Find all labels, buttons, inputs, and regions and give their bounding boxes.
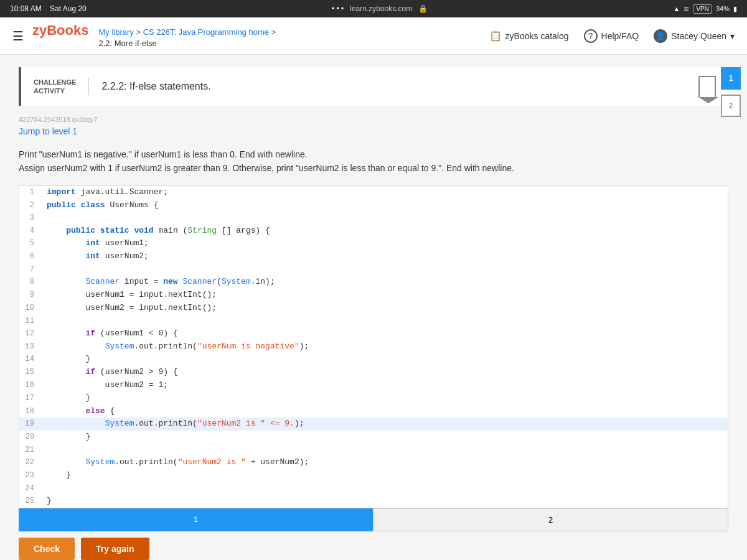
code-line-8: 8 Scanner input = new Scanner(System.in)…	[19, 276, 728, 289]
status-time: 10:08 AM Sat Aug 20	[10, 4, 87, 13]
nav-right: 📋 zyBooks catalog ? Help/FAQ 👤 Stacey Qu…	[489, 29, 735, 43]
code-line-4: 4 public static void main (String [] arg…	[19, 225, 728, 238]
zybooks-logo: zyBooks	[32, 22, 88, 39]
code-line-7: 7	[19, 263, 728, 276]
level-indicators: 1 2	[721, 67, 741, 117]
code-line-13: 13 System.out.println("userNum is negati…	[19, 340, 728, 353]
activity-id: 422784.2543518.qx3zqy7	[19, 116, 728, 123]
instruction-2: Assign userNum2 with 1 if userNum2 is gr…	[19, 161, 728, 175]
challenge-header: CHALLENGEACTIVITY 2.2.2: If-else stateme…	[19, 67, 728, 106]
help-icon: ?	[584, 29, 598, 43]
top-nav: ☰ zyBooks My library > CS 226T: Java Pro…	[0, 17, 747, 55]
bottom-buttons: Check Try again	[19, 538, 728, 560]
check-button[interactable]: Check	[19, 538, 75, 560]
battery-display: 34%	[716, 5, 730, 12]
test-area: 1 2	[19, 508, 728, 531]
breadcrumb: My library > CS 226T: Java Programming h…	[98, 27, 276, 49]
try-again-button[interactable]: Try again	[81, 538, 149, 560]
code-line-2: 2 public class UserNums {	[19, 199, 728, 212]
code-line-3: 3	[19, 212, 728, 224]
wifi-icon: ≋	[684, 5, 689, 13]
catalog-button[interactable]: 📋 zyBooks catalog	[489, 30, 569, 42]
url-display: • • • learn.zybooks.com 🔒	[332, 4, 428, 13]
code-line-17: 17 }	[19, 392, 728, 405]
code-line-5: 5 int userNum1;	[19, 237, 728, 250]
status-right: ▲ ≋ VPN 34% ▮	[674, 4, 737, 14]
code-line-23: 23 }	[19, 469, 728, 482]
dots-icon: • • •	[332, 4, 344, 13]
code-line-20: 20 }	[19, 431, 728, 444]
main-content: 1 2 CHALLENGEACTIVITY 2.2.2: If-else sta…	[0, 55, 747, 560]
jump-to-level[interactable]: Jump to level 1	[19, 126, 77, 136]
help-button[interactable]: ? Help/FAQ	[584, 29, 639, 43]
code-line-11: 11	[19, 315, 728, 327]
status-bar: 10:08 AM Sat Aug 20 • • • learn.zybooks.…	[0, 0, 747, 17]
breadcrumb-course[interactable]: CS 226T: Java Programming home	[143, 27, 269, 37]
challenge-label: CHALLENGEACTIVITY	[34, 78, 89, 96]
code-line-1: 1 import java.util.Scanner;	[19, 186, 728, 199]
instruction-1: Print "userNum1 is negative." if userNum…	[19, 147, 728, 161]
challenge-title: 2.2.2: If-else statements.	[101, 81, 210, 92]
code-line-9: 9 userNum1 = input.nextInt();	[19, 289, 728, 302]
level-2-badge[interactable]: 2	[721, 95, 741, 117]
level-1-badge[interactable]: 1	[721, 67, 741, 90]
code-line-12: 12 if (userNum1 < 0) {	[19, 327, 728, 340]
code-line-18: 18 else {	[19, 405, 728, 418]
book-icon: 📋	[489, 30, 502, 42]
bookmark-icon[interactable]	[698, 76, 716, 97]
code-line-15: 15 if (userNum2 > 9) {	[19, 366, 728, 379]
breadcrumb-library[interactable]: My library	[98, 27, 133, 37]
test-input-1[interactable]: 1	[19, 508, 373, 531]
user-menu[interactable]: 👤 Stacey Queen ▾	[654, 29, 735, 43]
code-line-21: 21	[19, 444, 728, 456]
date-display: Sat Aug 20	[50, 4, 87, 13]
signal-icon: ▲	[674, 5, 680, 12]
vpn-badge: VPN	[693, 4, 712, 14]
code-line-19: 19 System.out.println("userNum2 is " <= …	[19, 418, 728, 431]
time-display: 10:08 AM	[10, 4, 42, 13]
code-editor[interactable]: 1 import java.util.Scanner; 2 public cla…	[19, 185, 728, 508]
code-line-16: 16 userNum2 = 1;	[19, 379, 728, 392]
code-line-10: 10 userNum2 = input.nextInt();	[19, 302, 728, 315]
test-input-2[interactable]: 2	[373, 508, 728, 531]
battery-icon: ▮	[733, 5, 737, 13]
chevron-down-icon: ▾	[730, 31, 735, 41]
code-line-14: 14 }	[19, 353, 728, 366]
instructions: Print "userNum1 is negative." if userNum…	[19, 147, 728, 175]
code-line-25: 25 }	[19, 495, 728, 508]
user-icon: 👤	[654, 29, 667, 43]
breadcrumb-section: 2.2: More if-else	[98, 39, 156, 48]
code-line-24: 24	[19, 482, 728, 495]
hamburger-menu[interactable]: ☰	[12, 29, 24, 44]
code-line-22: 22 System.out.println("userNum2 is " + u…	[19, 456, 728, 469]
code-line-6: 6 int userNum2;	[19, 250, 728, 263]
lock-icon: 🔒	[418, 4, 428, 13]
